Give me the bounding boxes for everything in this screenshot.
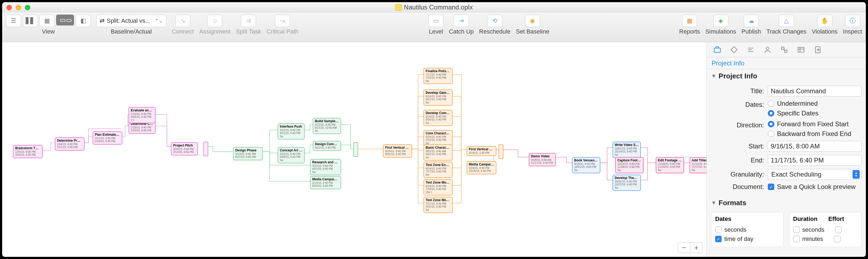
inspector-tab-milestones[interactable] bbox=[729, 45, 739, 55]
content-area: Brainstorm Themes, A...1/25/15, 6:00 PM2… bbox=[2, 42, 866, 257]
view-gantt-button[interactable]: ☰ bbox=[6, 15, 21, 27]
zoom-in-button[interactable]: + bbox=[690, 242, 703, 253]
formats-title: Formats bbox=[719, 199, 746, 207]
task-concept-art[interactable]: Concept Art Push3/22/15, 8:40 PM5/08/15,… bbox=[278, 147, 305, 163]
task-build-sample[interactable]: Build Sample In-Engine...5/22/15, 8:40 P… bbox=[313, 118, 341, 134]
direction-backward-radio[interactable]: Backward from Fixed End bbox=[768, 130, 851, 138]
task-media-campaign-1[interactable]: Media Campaign Phas...3/13/15, 8:40 PM6/… bbox=[310, 176, 341, 189]
baseline-split-selector[interactable]: ⇄Split: Actual vs... ⌃⌄ bbox=[96, 15, 166, 27]
view-network-button[interactable]: ▭▭ bbox=[56, 15, 74, 25]
task-develop-game-flow[interactable]: Develop Game Flow fo...6/24/15, 8:40 PM8… bbox=[424, 89, 453, 106]
milestone-design[interactable] bbox=[353, 142, 358, 157]
split-task-label: Split Task bbox=[236, 28, 261, 35]
simulations-button[interactable]: ◈ bbox=[713, 15, 728, 27]
formats-duration-box: Duration Effort seconds minutes bbox=[789, 212, 862, 247]
reports-button[interactable]: ▦ bbox=[682, 15, 697, 27]
task-finalize-polish[interactable]: Finalize Polish Pass ...7/17/15, 8:40 PM… bbox=[424, 68, 453, 84]
task-fvs-complete[interactable]: First Vertical Slice Com...9/18/15, 2:40… bbox=[467, 146, 496, 156]
granularity-select[interactable]: Exact Scheduling ▲▼ bbox=[768, 169, 862, 180]
task-core-character-art[interactable]: Core Character Art ...6/24/15, 8:40 PM7/… bbox=[424, 130, 453, 146]
publish-button[interactable]: ☁ bbox=[744, 15, 759, 27]
formats-dates-box: Dates seconds time of day bbox=[711, 212, 784, 247]
task-test-zone-monster[interactable]: Test Zone Monster Art...6/24/15, 8:40 PM… bbox=[424, 179, 453, 196]
document-quicklook-checkbox[interactable]: Save a Quick Look preview bbox=[768, 183, 856, 191]
inspector-tab-resources[interactable] bbox=[763, 45, 773, 55]
inspector-tab-tasks[interactable] bbox=[746, 45, 756, 55]
task-determine-scope[interactable]: Determine Project Scope2/04/15, 8:40 PM2… bbox=[55, 137, 85, 151]
catch-up-button[interactable]: ⇥ bbox=[454, 15, 469, 27]
title-input[interactable] bbox=[768, 86, 862, 96]
task-capture-footage[interactable]: Capture Footage from ...10/14/15, 8:40 P… bbox=[615, 157, 644, 173]
direction-forward-radio[interactable]: Forward from Fixed Start bbox=[768, 120, 851, 128]
task-design-complete[interactable]: Design Complete6/21/15, 2:40 PM bbox=[313, 141, 341, 151]
reschedule-button[interactable]: ⟲ bbox=[487, 15, 502, 27]
milestone-pitch[interactable] bbox=[204, 142, 208, 156]
zoom-window-button[interactable] bbox=[25, 5, 30, 10]
violations-button[interactable]: ✋ bbox=[817, 15, 832, 27]
formats-header[interactable]: ▼Formats bbox=[707, 196, 866, 210]
formats-duration-seconds[interactable]: seconds bbox=[793, 225, 858, 234]
close-window-button[interactable] bbox=[6, 5, 12, 10]
formats-duration-heading: Duration bbox=[793, 215, 817, 223]
task-evaluate-select[interactable]: Evaluate and Select Mi...2/18/15, 8:40 P… bbox=[129, 107, 156, 123]
task-demo-video[interactable]: Demo Video9/18/15, 8:40 AM11/17/15, 6:40… bbox=[529, 153, 556, 166]
inspector-tab-project[interactable] bbox=[712, 45, 722, 55]
task-add-titles[interactable]: Add Titles and Narratio...11/16/15, 8:40… bbox=[689, 157, 707, 173]
formats-duration-minutes[interactable]: minutes bbox=[793, 234, 858, 243]
critical-path-button[interactable]: ↝ bbox=[275, 15, 290, 27]
task-brainstorm[interactable]: Brainstorm Themes, A...1/25/15, 6:00 PM2… bbox=[13, 145, 43, 158]
zoom-out-button[interactable]: − bbox=[678, 242, 690, 253]
document-icon bbox=[395, 4, 402, 10]
task-develop-combat[interactable]: Develop Combat Engin...6/24/15, 8:40 PM8… bbox=[424, 110, 453, 126]
task-test-zone-env[interactable]: Test Zone Environment...6/24/15, 8:40 PM… bbox=[424, 162, 453, 178]
inspector-panel: Project Info ▼Project Info Title: Dates:… bbox=[707, 42, 866, 257]
task-design-phase[interactable]: Design Phase3/13/15, 8:40 PM6/21/15, 6:4… bbox=[233, 147, 263, 160]
task-book-venues[interactable]: Book Venues for Video ...9/18/15, 8:40 P… bbox=[572, 157, 600, 173]
task-research-evaluate[interactable]: Research and Evaluate ...3/22/15, 8:40 P… bbox=[310, 159, 341, 175]
dates-undetermined-radio[interactable]: Undetermined bbox=[768, 100, 818, 107]
inspector-tabs bbox=[707, 42, 866, 57]
view-resource-button[interactable]: ▋▋ bbox=[23, 15, 38, 27]
task-basic-char-anim[interactable]: Basic Character Anima...9/01/15, 8:40 AM… bbox=[424, 144, 453, 161]
start-input[interactable] bbox=[768, 141, 862, 152]
task-media-campaign-2[interactable]: Media Campaign Phas...6/24/15, 8:40 PM10… bbox=[467, 161, 496, 174]
inspector-breadcrumb[interactable]: Project Info bbox=[707, 57, 866, 69]
formats-effort-heading: Effort bbox=[828, 215, 844, 223]
view-calendar-button[interactable]: ▦ bbox=[39, 15, 55, 27]
violations-label: Violations bbox=[812, 28, 837, 35]
connect-button[interactable]: ↘ bbox=[175, 15, 190, 27]
project-info-header[interactable]: ▼Project Info bbox=[707, 69, 866, 83]
inspector-tab-export[interactable] bbox=[813, 45, 823, 55]
start-label: Start: bbox=[711, 142, 764, 150]
view-styles-button[interactable]: ◧ bbox=[75, 15, 91, 27]
formats-dates-seconds[interactable]: seconds bbox=[715, 225, 780, 234]
task-edit-footage[interactable]: Edit Footage to Theme ...11/04/15, 8:40 … bbox=[656, 157, 684, 173]
assignment-button[interactable]: ☺ bbox=[207, 15, 222, 27]
window-title-text: Nautilus Command.oplx bbox=[404, 3, 473, 11]
task-write-video-script[interactable]: Write Video Script10/01/15, 8:40 PM10/14… bbox=[613, 142, 641, 158]
end-input[interactable] bbox=[768, 155, 862, 166]
set-baseline-button[interactable]: ◉ bbox=[525, 15, 540, 27]
set-baseline-label: Set Baseline bbox=[516, 28, 549, 35]
track-changes-button[interactable]: △ bbox=[779, 15, 794, 27]
task-first-vertical-slice[interactable]: First Vertical Slice6/24/15, 8:40 PM9/01… bbox=[383, 144, 412, 157]
inspector-tab-styles[interactable] bbox=[779, 45, 789, 55]
task-interface-push[interactable]: Interface Push3/22/15, 8:40 PM5/21/15, 6… bbox=[278, 123, 305, 140]
inspector-button[interactable]: ⓘ bbox=[845, 15, 860, 27]
inspector-tab-custom[interactable] bbox=[796, 45, 806, 55]
network-canvas[interactable]: Brainstorm Themes, A...1/25/15, 6:00 PM2… bbox=[2, 42, 707, 257]
task-test-zone-monster-anim[interactable]: Test Zone Monster Ani...7/17/15, 8:40 PM… bbox=[424, 197, 453, 213]
dates-specific-radio[interactable]: Specific Dates bbox=[768, 110, 818, 117]
minimize-window-button[interactable] bbox=[16, 5, 21, 10]
split-task-button[interactable]: ⇉ bbox=[241, 15, 256, 27]
split-selector-value: Split: Actual vs... bbox=[107, 17, 150, 24]
level-button[interactable]: ▭ bbox=[428, 15, 443, 27]
titlebar: Nautilus Command.oplx bbox=[2, 2, 866, 12]
milestone-fvs[interactable] bbox=[499, 144, 503, 159]
critical-path-label: Critical Path bbox=[267, 28, 299, 35]
level-label: Level bbox=[429, 28, 443, 35]
task-project-pitch[interactable]: Project Pitch3/04/15, 8:40 PM3/13/15, 6:… bbox=[171, 142, 198, 155]
task-plan-estimate[interactable]: Plan Estimated Projec...2/11/15, 8:40 PM… bbox=[93, 132, 122, 145]
formats-dates-timeofday[interactable]: time of day bbox=[715, 234, 780, 243]
task-develop-theme-music[interactable]: Develop Theme Music ...10/01/15, 8:40 PM… bbox=[613, 175, 641, 191]
